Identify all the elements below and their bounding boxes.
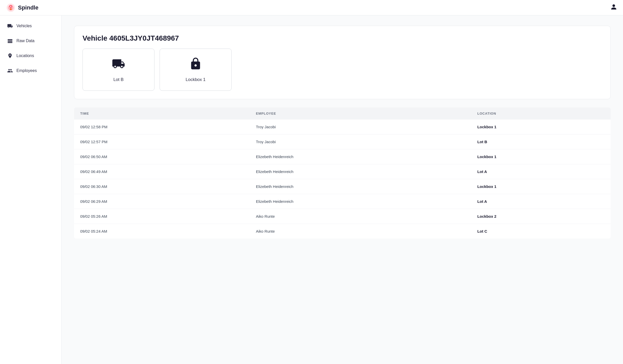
table-header: TIME EMPLOYEE LOCATION — [74, 107, 611, 120]
cell-employee: Aiko Runte — [250, 224, 471, 239]
pin-icon — [7, 53, 13, 59]
people-icon — [7, 68, 13, 74]
cell-time: 09/02 06:50 AM — [74, 149, 250, 164]
logo-icon — [6, 3, 15, 12]
sidebar-item-raw-data-label: Raw Data — [16, 39, 34, 43]
cell-location: Lockbox 1 — [471, 149, 611, 164]
sidebar: Vehicles Raw Data Locations — [0, 15, 62, 364]
cell-employee: Elizebeth Heidenreich — [250, 179, 471, 194]
cell-time: 09/02 06:30 AM — [74, 179, 250, 194]
table-body: 09/02 12:58 PMTroy JacobiLockbox 109/02 … — [74, 120, 611, 239]
cell-location: Lockbox 2 — [471, 209, 611, 224]
table-header-row: TIME EMPLOYEE LOCATION — [74, 107, 611, 120]
table-row: 09/02 06:30 AMElizebeth HeidenreichLockb… — [74, 179, 611, 194]
table-row: 09/02 06:29 AMElizebeth HeidenreichLot A — [74, 194, 611, 209]
cell-time: 09/02 12:57 PM — [74, 134, 250, 149]
location-cards: Lot B Lockbox 1 — [83, 49, 602, 91]
cell-time: 09/02 12:58 PM — [74, 120, 250, 134]
svg-rect-5 — [8, 39, 12, 40]
vehicle-title: Vehicle 4605L3JY0JT468967 — [83, 34, 602, 42]
sidebar-item-vehicles[interactable]: Vehicles — [0, 19, 61, 33]
content-area: Vehicle 4605L3JY0JT468967 Lot B — [62, 15, 623, 364]
cell-employee: Elizebeth Heidenreich — [250, 164, 471, 179]
lockbox-1-label: Lockbox 1 — [186, 77, 206, 82]
col-employee: EMPLOYEE — [250, 107, 471, 120]
user-icon[interactable] — [611, 4, 617, 12]
col-time: TIME — [74, 107, 250, 120]
cell-location: Lot A — [471, 194, 611, 209]
cell-employee: Troy Jacobi — [250, 134, 471, 149]
table-row: 09/02 05:24 AMAiko RunteLot C — [74, 224, 611, 239]
cell-location: Lockbox 1 — [471, 179, 611, 194]
truck-icon — [7, 23, 13, 29]
cell-location: Lot A — [471, 164, 611, 179]
cell-employee: Elizebeth Heidenreich — [250, 194, 471, 209]
logo-area: Spindle — [6, 3, 38, 12]
cell-employee: Elizebeth Heidenreich — [250, 149, 471, 164]
col-location: LOCATION — [471, 107, 611, 120]
main-layout: Vehicles Raw Data Locations — [0, 15, 623, 364]
sidebar-item-employees[interactable]: Employees — [0, 63, 61, 78]
table-row: 09/02 06:49 AMElizebeth HeidenreichLot A — [74, 164, 611, 179]
cell-time: 09/02 06:29 AM — [74, 194, 250, 209]
lockbox-1-card[interactable]: Lockbox 1 — [160, 49, 232, 91]
sidebar-item-employees-label: Employees — [16, 68, 37, 73]
svg-rect-6 — [8, 41, 12, 42]
table-row: 09/02 12:57 PMTroy JacobiLot B — [74, 134, 611, 149]
svg-point-3 — [10, 8, 12, 10]
sidebar-item-vehicles-label: Vehicles — [16, 24, 32, 28]
lot-b-truck-icon — [112, 57, 125, 73]
lockbox-1-lock-icon — [189, 57, 202, 73]
top-header: Spindle — [0, 0, 623, 15]
sidebar-item-locations-label: Locations — [16, 53, 34, 58]
cell-location: Lot C — [471, 224, 611, 239]
sidebar-item-raw-data[interactable]: Raw Data — [0, 33, 61, 48]
logo-text: Spindle — [18, 4, 38, 11]
cell-employee: Aiko Runte — [250, 209, 471, 224]
sidebar-item-locations[interactable]: Locations — [0, 48, 61, 63]
table-row: 09/02 05:26 AMAiko RunteLockbox 2 — [74, 209, 611, 224]
data-table: TIME EMPLOYEE LOCATION 09/02 12:58 PMTro… — [74, 107, 611, 239]
table-row: 09/02 06:50 AMElizebeth HeidenreichLockb… — [74, 149, 611, 164]
database-icon — [7, 38, 13, 44]
cell-employee: Troy Jacobi — [250, 120, 471, 134]
cell-time: 09/02 05:26 AM — [74, 209, 250, 224]
svg-rect-7 — [8, 42, 12, 43]
vehicle-card: Vehicle 4605L3JY0JT468967 Lot B — [74, 26, 611, 99]
cell-location: Lockbox 1 — [471, 120, 611, 134]
lot-b-card[interactable]: Lot B — [83, 49, 154, 91]
lot-b-label: Lot B — [113, 77, 124, 82]
cell-time: 09/02 06:49 AM — [74, 164, 250, 179]
cell-location: Lot B — [471, 134, 611, 149]
cell-time: 09/02 05:24 AM — [74, 224, 250, 239]
svg-point-4 — [10, 6, 12, 7]
table-row: 09/02 12:58 PMTroy JacobiLockbox 1 — [74, 120, 611, 134]
